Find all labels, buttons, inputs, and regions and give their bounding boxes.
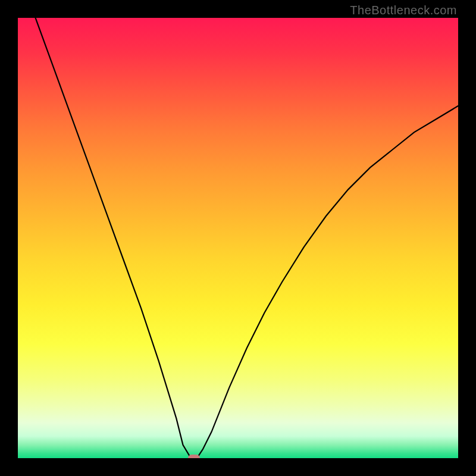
bottleneck-curve (36, 18, 458, 458)
plot-area (18, 18, 458, 458)
watermark-text: TheBottleneck.com (350, 4, 457, 17)
optimal-marker (188, 455, 200, 458)
curve-svg (18, 18, 458, 458)
chart-frame: TheBottleneck.com (0, 0, 476, 476)
